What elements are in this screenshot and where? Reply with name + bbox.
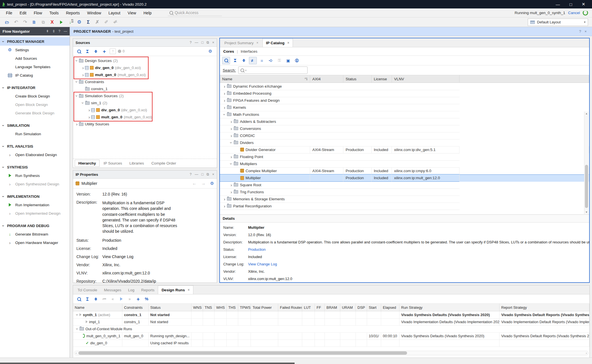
forward-arrow-icon[interactable]: → (201, 181, 206, 186)
flow-item-open-elaborated-design[interactable]: ›Open Elaborated Design (0, 150, 70, 159)
catalog-row[interactable]: ›Math Functions (220, 111, 589, 118)
flow-item-generate-bitstream[interactable]: ↓Generate Bitstream (0, 230, 70, 238)
ip-search-input[interactable]: ▾ (238, 66, 308, 74)
runs-column-tns[interactable]: TNS (203, 304, 215, 311)
tab-design-runs[interactable]: Design Runs× (158, 285, 193, 294)
delete-icon[interactable]: X (48, 19, 56, 26)
runs-row[interactable]: ›Out-of-Context Module Runs (73, 325, 589, 332)
catalog-row[interactable]: ›Dynamic Function eXchange (220, 83, 589, 90)
column-header-vlnv[interactable]: VLNV (392, 75, 460, 83)
create-run-icon[interactable]: + (134, 296, 142, 302)
chevron-right-icon[interactable]: › (9, 153, 11, 157)
column-header-license[interactable]: License (372, 75, 392, 83)
expand-all-icon[interactable] (240, 57, 248, 64)
expand-all-icon[interactable]: ⇕ (52, 29, 55, 33)
chevron-right-icon[interactable]: › (82, 66, 84, 70)
back-arrow-icon[interactable]: ← (192, 181, 197, 186)
help-icon[interactable]: ? (58, 29, 60, 33)
column-header-axi4[interactable]: AXI4 (310, 75, 343, 83)
subtab-interfaces[interactable]: Interfaces (241, 49, 257, 54)
tree-row[interactable]: ›sim_1 (2) (75, 99, 217, 106)
search-icon[interactable] (222, 57, 230, 64)
tab-messages[interactable]: Messages (101, 286, 125, 294)
window-close-icon[interactable]: ✕ (582, 2, 585, 7)
chevron-right-icon[interactable]: › (89, 108, 90, 112)
catalog-row[interactable]: ›Memories & Storage Elements (220, 196, 589, 203)
undo-icon[interactable]: ↶ (12, 19, 20, 26)
chevron-down-icon[interactable]: › (222, 114, 227, 115)
chevron-right-icon[interactable]: › (224, 91, 225, 96)
chevron-right-icon[interactable]: › (9, 241, 11, 245)
runs-column-ff[interactable]: FF (315, 304, 325, 311)
collapse-all-icon[interactable]: ⇞ (46, 29, 49, 33)
horizontal-scrollbar[interactable]: ‹ › (74, 351, 588, 355)
chevron-right-icon[interactable]: › (76, 122, 78, 126)
flow-section-program-and-debug[interactable]: ›PROGRAM AND DEBUG (0, 221, 70, 230)
add-repository-icon[interactable]: ⠶ (258, 57, 266, 64)
property-value[interactable]: Production (248, 247, 266, 252)
tree-row[interactable]: ›div_gen_0 (div_gen_0.xci) (75, 64, 217, 71)
scrollbar-thumb[interactable] (585, 165, 588, 208)
search-icon[interactable] (75, 48, 83, 55)
flow-item-ip-catalog[interactable]: IP Catalog (0, 71, 70, 79)
chevron-right-icon[interactable]: › (224, 84, 225, 88)
layout-selector[interactable]: Default Layout ▾ (528, 19, 588, 26)
chevron-right-icon[interactable]: › (224, 105, 225, 110)
menu-flow[interactable]: Flow (30, 8, 46, 17)
menu-window[interactable]: Window (83, 8, 105, 17)
tab-libraries[interactable]: Libraries (126, 160, 147, 167)
tree-row[interactable]: ›Utility Sources (75, 121, 217, 128)
runs-column-elapsed[interactable]: Elapsed (381, 304, 399, 311)
chevron-right-icon[interactable]: › (231, 155, 232, 159)
collapse-all-icon[interactable] (84, 296, 91, 302)
flow-item-settings[interactable]: ⚙Settings (0, 46, 70, 54)
runs-column-name[interactable]: Name (73, 304, 122, 311)
catalog-row[interactable]: ›Complex MultiplierAXI4-StreamProduction… (220, 167, 589, 174)
catalog-row[interactable]: ›Embedded Processing (220, 90, 589, 97)
close-icon[interactable]: × (257, 41, 259, 45)
float-panel-icon[interactable]: ⧉ (207, 41, 209, 45)
flow-item-open-hardware-manager[interactable]: ›Open Hardware Manager (0, 238, 70, 247)
chevron-down-icon[interactable]: › (75, 314, 79, 316)
tree-row[interactable]: ›Simulation Sources (2) (75, 92, 217, 99)
catalog-row[interactable]: ›Trig Functions (220, 188, 589, 196)
tab-hierarchy[interactable]: Hierarchy (75, 160, 100, 167)
property-value[interactable]: View Change Log (248, 262, 277, 266)
runs-row[interactable]: ›synth_1 (active)constrs_1Not startedViv… (73, 311, 589, 318)
float-panel-icon[interactable]: ⧉ (207, 172, 209, 177)
chevron-right-icon[interactable]: › (231, 183, 232, 187)
flow-item-create-block-design[interactable]: Create Block Design (0, 92, 70, 100)
chevron-right-icon[interactable]: › (231, 126, 232, 131)
search-icon[interactable] (75, 296, 83, 302)
chevron-down-icon[interactable]: › (81, 102, 85, 104)
close-panel-icon[interactable]: × (212, 41, 214, 45)
chevron-right-icon[interactable]: › (89, 115, 90, 119)
tree-row[interactable]: ›mult_gen_0 (mult_gen_0.xci) (75, 114, 217, 121)
runs-column-status[interactable]: Status (149, 304, 191, 311)
runs-column-whs[interactable]: WHS (215, 304, 227, 311)
flow-item-run-implementation[interactable]: Run Implementation (0, 201, 70, 209)
copy-icon[interactable]: ⧉ (39, 19, 47, 26)
customize-ip-wrench-icon[interactable]: ⚲ (267, 57, 274, 64)
runs-column-bram[interactable]: BRAM (325, 304, 340, 311)
flow-item-add-sources[interactable]: Add Sources (0, 54, 70, 63)
chevron-down-icon[interactable]: › (1, 196, 6, 197)
runs-column-start[interactable]: Start (367, 304, 381, 311)
flow-section-project-manager[interactable]: ›PROJECT MANAGER (0, 37, 70, 46)
runs-column-ths[interactable]: THS (227, 304, 238, 311)
flow-section-ip-integrator[interactable]: ›IP INTEGRATOR (0, 83, 70, 92)
runs-column-failed-routes[interactable]: Failed Routes (278, 304, 302, 311)
menu-edit[interactable]: Edit (16, 8, 30, 17)
tab-ip-sources[interactable]: IP Sources (100, 160, 125, 167)
info-icon[interactable]: 🛈 (293, 57, 301, 64)
catalog-row[interactable]: ›FPGA Features and Design (220, 97, 589, 104)
filter-hierarchy-icon[interactable]: ≢ (249, 57, 257, 64)
flow-section-simulation[interactable]: ›SIMULATION (0, 121, 70, 130)
tab-tcl-console[interactable]: Tcl Console (74, 286, 101, 294)
runs-row[interactable]: ›✓div_gen_0Using cached IP results (73, 339, 589, 347)
minimize-panel-icon[interactable]: — (64, 29, 67, 33)
collapse-all-icon[interactable] (84, 48, 91, 55)
tab-ip-catalog[interactable]: IP Catalog× (262, 38, 293, 47)
cancel-run-link[interactable]: Cancel (568, 11, 580, 15)
catalog-row[interactable]: ›Conversions (220, 125, 589, 132)
